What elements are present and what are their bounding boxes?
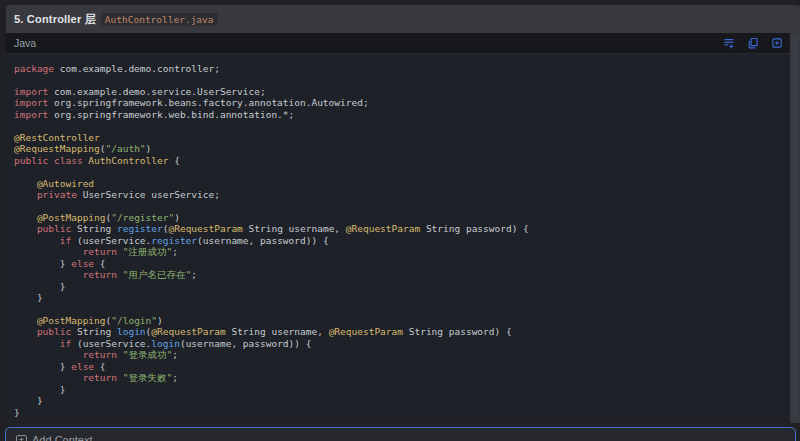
code-line: @PostMapping("/login") bbox=[14, 315, 790, 326]
code-block-header: Java bbox=[5, 33, 790, 54]
code-line: package com.example.demo.controller; bbox=[14, 63, 790, 74]
vertical-scrollbar[interactable] bbox=[792, 36, 798, 420]
code-line: } else { bbox=[14, 258, 790, 269]
code-block: Java package com.exampl bbox=[5, 33, 790, 417]
code-line: import org.springframework.web.bind.anno… bbox=[14, 109, 790, 120]
code-line bbox=[14, 304, 790, 315]
code-line: import com.example.demo.service.UserServ… bbox=[14, 86, 790, 97]
code-line: public String register(@RequestParam Str… bbox=[14, 223, 790, 234]
code-line: return "登录失败"; bbox=[14, 372, 790, 383]
response-heading-strip: 5. Controller 层 AuthController.java bbox=[6, 5, 800, 33]
add-context-label: Add Context bbox=[32, 434, 93, 441]
add-context-button[interactable]: + Add Context bbox=[16, 434, 93, 441]
code-line: } bbox=[14, 395, 790, 406]
section-title: 5. Controller 层 bbox=[14, 12, 96, 27]
copy-icon[interactable] bbox=[746, 37, 759, 50]
code-block-actions bbox=[722, 37, 783, 50]
code-lines: package com.example.demo.controller; imp… bbox=[5, 54, 790, 417]
code-line: } bbox=[14, 384, 790, 395]
code-line: public class AuthController { bbox=[14, 155, 790, 166]
code-line: @RestController bbox=[14, 132, 790, 143]
code-line: @PostMapping("/register") bbox=[14, 212, 790, 223]
code-line: return "用户名已存在"; bbox=[14, 269, 790, 280]
code-line bbox=[14, 120, 790, 131]
code-line: return "登录成功"; bbox=[14, 349, 790, 360]
language-label: Java bbox=[14, 37, 36, 49]
insert-at-cursor-icon[interactable] bbox=[722, 37, 735, 50]
code-line: } else { bbox=[14, 361, 790, 372]
code-line bbox=[14, 166, 790, 177]
code-line: } bbox=[14, 407, 790, 417]
code-line: } bbox=[14, 292, 790, 303]
code-line: private UserService userService; bbox=[14, 189, 790, 200]
code-line: if (userService.register(username, passw… bbox=[14, 235, 790, 246]
plus-icon: + bbox=[16, 435, 27, 441]
chat-input-box[interactable]: + Add Context bbox=[5, 427, 796, 441]
inline-code-filename: AuthController.java bbox=[101, 13, 218, 26]
code-line bbox=[14, 74, 790, 85]
code-line: public String login(@RequestParam String… bbox=[14, 326, 790, 337]
code-line: return "注册成功"; bbox=[14, 246, 790, 257]
code-line bbox=[14, 200, 790, 211]
code-line: @RequestMapping("/auth") bbox=[14, 143, 790, 154]
code-line: @Autowired bbox=[14, 178, 790, 189]
code-line: } bbox=[14, 281, 790, 292]
code-line: import org.springframework.beans.factory… bbox=[14, 97, 790, 108]
insert-into-new-file-icon[interactable] bbox=[770, 37, 783, 50]
code-line: if (userService.login(username, password… bbox=[14, 338, 790, 349]
